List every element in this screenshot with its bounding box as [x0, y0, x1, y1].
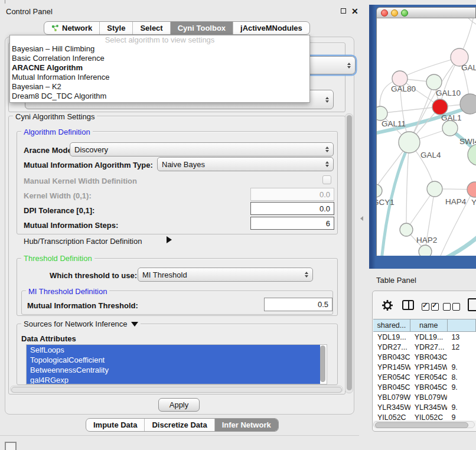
tab-cyni-toolbox[interactable]: Cyni Toolbox — [170, 22, 233, 34]
attributes-scrollbar[interactable] — [319, 345, 326, 383]
table-cell[interactable]: YER054C — [373, 373, 410, 381]
table-row[interactable]: YIL052CYIL052C9 — [373, 412, 476, 420]
attribute-gal4rgexp[interactable]: gal4RGexp — [27, 375, 320, 384]
network-node[interactable] — [432, 99, 448, 115]
table-cell[interactable]: 13 — [447, 333, 476, 341]
table-cell[interactable]: YPR145W — [373, 363, 410, 371]
zoom-window-icon[interactable] — [401, 9, 408, 17]
table-cell[interactable]: YBR043C — [410, 353, 448, 361]
table-row[interactable]: YLR345WYLR345W9. — [373, 402, 476, 412]
table-cell[interactable]: YBL079W — [410, 393, 448, 402]
close-window-icon[interactable] — [381, 9, 388, 17]
settings-horizontal-scrollbar[interactable] — [10, 386, 343, 393]
table-row[interactable]: YBL079WYBL079W — [373, 392, 476, 402]
table-cell[interactable]: 9 — [447, 413, 476, 421]
table-cell[interactable]: YER054C — [410, 373, 448, 381]
table-cell[interactable]: 9. — [447, 403, 476, 412]
network-node[interactable] — [399, 132, 420, 153]
network-node[interactable] — [400, 223, 413, 236]
table-cell[interactable]: YDL19... — [410, 333, 448, 341]
aracne-mode-combo[interactable]: Discovery — [70, 142, 334, 156]
algorithm-option-basic-correlation-inference[interactable]: Basic Correlation Inference — [10, 54, 309, 63]
table-cell[interactable]: YIL052C — [373, 413, 410, 421]
column-header-cut[interactable] — [448, 319, 476, 332]
deselect-all-icon[interactable] — [443, 302, 460, 313]
network-node[interactable] — [426, 74, 442, 90]
table-row[interactable]: YPR145WYPR145W9. — [373, 362, 476, 372]
table-horizontal-scrollbar[interactable] — [373, 421, 475, 428]
network-edge[interactable] — [465, 18, 476, 27]
collapse-down-icon[interactable] — [131, 322, 138, 327]
table-cell[interactable]: YDL19... — [373, 333, 410, 341]
table-row[interactable]: YDR27...YDR27...12 — [373, 342, 476, 352]
table-cell[interactable]: YBL079W — [373, 393, 410, 402]
float-panel-icon[interactable] — [341, 8, 346, 14]
expand-right-icon[interactable] — [167, 236, 172, 243]
network-edge[interactable] — [441, 234, 476, 256]
table-cell[interactable]: YBR043C — [373, 353, 410, 361]
tab-infer-network[interactable]: Infer Network — [214, 419, 278, 431]
table-row[interactable]: YBR045CYBR045C9. — [373, 382, 476, 392]
minimize-window-icon[interactable] — [391, 9, 398, 17]
tab-discretize-data[interactable]: Discretize Data — [144, 419, 214, 431]
table-cell[interactable]: YBR045C — [373, 383, 410, 392]
table-cell[interactable]: YLR345W — [373, 403, 410, 412]
mini-window-fragment[interactable] — [5, 442, 17, 450]
network-node[interactable] — [468, 144, 476, 165]
mi-type-combo[interactable]: Naive Bayes — [157, 157, 334, 171]
attribute-betweennesscentrality[interactable]: BetweennessCentrality — [27, 365, 320, 375]
attribute-selfloops[interactable]: SelfLoops — [27, 345, 320, 355]
table-row[interactable]: YBR043CYBR043C — [373, 352, 476, 362]
network-node[interactable] — [419, 245, 432, 256]
network-canvas[interactable]: GAL8GAL80GAL10GAL1GAL11SWI4GAL4GCY1HAP4Y… — [376, 18, 476, 256]
table-cell[interactable]: YDR27... — [410, 343, 448, 351]
tab-network[interactable]: Network — [44, 22, 99, 34]
network-node[interactable] — [377, 106, 387, 120]
network-edge[interactable] — [406, 142, 409, 230]
dpi-tolerance-input[interactable]: 0.0 — [250, 202, 334, 215]
settings-gear-icon[interactable] — [382, 299, 393, 314]
manual-kernel-checkbox[interactable] — [322, 175, 331, 184]
column-header-shared[interactable]: shared... — [373, 319, 410, 332]
table-row[interactable]: YDL19...YDL19...13 — [373, 332, 476, 342]
select-all-icon[interactable] — [422, 302, 439, 313]
table-cell[interactable]: 9. — [447, 363, 476, 371]
column-header-name[interactable]: name — [410, 319, 448, 332]
new-page-icon[interactable] — [468, 298, 476, 311]
hub-definition-label[interactable]: Hub/Transcription Factor Definition — [24, 237, 142, 246]
data-attributes-list[interactable]: SelfLoopsTopologicalCoefficientBetweenne… — [26, 344, 327, 384]
tab-select[interactable]: Select — [132, 22, 169, 34]
close-panel-icon[interactable]: ✕ — [351, 6, 358, 16]
algorithm-option-bayesian-hill-climbing[interactable]: Bayesian – Hill Climbing — [10, 44, 309, 54]
algorithm-option-bayesian-k2[interactable]: Bayesian – K2 — [10, 82, 309, 92]
network-node[interactable] — [427, 181, 442, 197]
network-node[interactable] — [460, 94, 476, 114]
network-edge[interactable] — [380, 107, 440, 113]
table-cell[interactable]: YPR145W — [410, 363, 448, 371]
table-cell[interactable]: YLR345W — [410, 403, 448, 412]
settings-vertical-scrollbar[interactable] — [345, 113, 353, 393]
network-node[interactable] — [377, 184, 382, 197]
split-divider-arrow[interactable] — [360, 216, 363, 221]
which-threshold-combo[interactable]: MI Threshold — [138, 268, 313, 282]
tab-jactivemnodules[interactable]: jActiveMNodules — [233, 22, 309, 34]
network-node[interactable] — [442, 120, 458, 136]
mi-steps-input[interactable]: 6 — [250, 217, 334, 230]
table-cell[interactable]: YIL052C — [410, 413, 448, 421]
table-cell[interactable]: 9. — [447, 383, 476, 392]
table-cell[interactable]: YDR27... — [373, 343, 410, 351]
algorithm-option-aracne-algorithm[interactable]: ARACNE Algorithm — [10, 63, 309, 73]
apply-button[interactable]: Apply — [158, 398, 200, 412]
split-view-icon[interactable] — [402, 300, 414, 310]
attribute-topologicalcoefficient[interactable]: TopologicalCoefficient — [27, 355, 320, 365]
table-row[interactable]: YER054CYER054C8. — [373, 372, 476, 382]
sources-title-row[interactable]: Sources for Network Inference — [21, 319, 141, 328]
tab-style[interactable]: Style — [99, 22, 132, 34]
table-cell[interactable]: YBR045C — [410, 383, 448, 392]
tab-impute-data[interactable]: Impute Data — [86, 419, 144, 431]
kernel-width-input[interactable]: 0.0 — [250, 188, 334, 201]
table-cell[interactable]: 12 — [447, 343, 476, 351]
algorithm-option-mutual-information-inference[interactable]: Mutual Information Inference — [10, 73, 309, 82]
mi-threshold-input[interactable]: 0.5 — [264, 298, 332, 311]
algorithm-option-dream8-dc-tdc-algorithm[interactable]: Dream8 DC_TDC Algorithm — [10, 92, 309, 101]
